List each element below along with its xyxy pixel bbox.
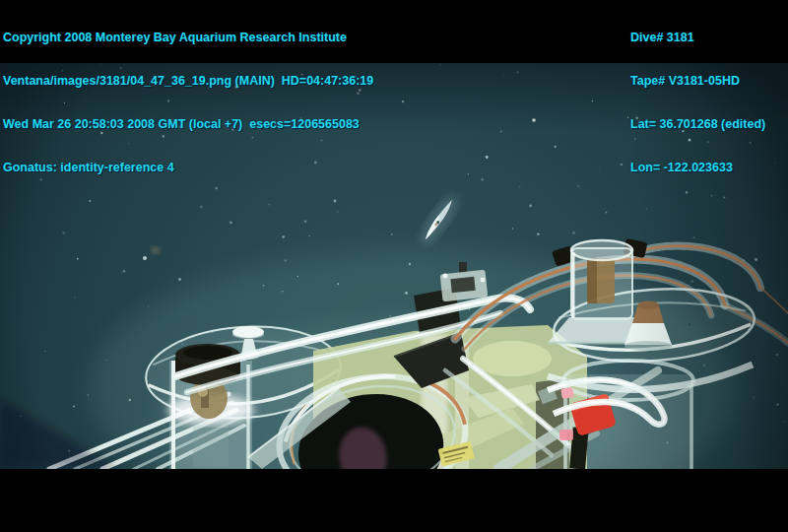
tape-number-text: Tape# V3181-05HD [630,74,765,89]
video-frame: Copyright 2008 Monterey Bay Aquarium Res… [0,0,788,532]
overlay-top-right: Dive# 3181 Tape# V3181-05HD Lat= 36.7012… [630,2,765,203]
dive-number-text: Dive# 3181 [630,31,765,45]
source-path-text: Ventana/images/3181/04_47_36_19.png (MAI… [3,74,373,89]
overlay-top-left: Copyright 2008 Monterey Bay Aquarium Res… [3,2,373,203]
annotation-text: Gonatus: identity-reference 4 [3,161,373,175]
timestamp-text: Wed Mar 26 20:58:03 2008 GMT (local +7) … [3,117,373,132]
copyright-text: Copyright 2008 Monterey Bay Aquarium Res… [3,31,373,45]
overlay-bottom: Depth= 665.32 m Temp= 4.887 C Sal= 34.41… [3,511,499,532]
longitude-text: Lon= -122.023633 [630,161,765,175]
latitude-text: Lat= 36.701268 (edited) [630,117,765,132]
